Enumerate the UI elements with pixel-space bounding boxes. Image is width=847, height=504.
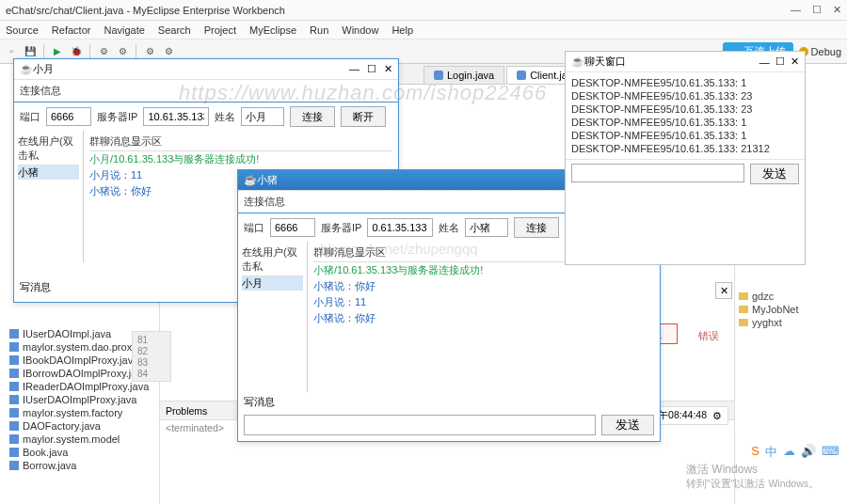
message-input[interactable] <box>244 415 596 435</box>
menu-run[interactable]: Run <box>310 24 328 36</box>
online-users-header: 在线用户(双击私 <box>242 244 303 276</box>
name-label: 姓名 <box>439 221 459 235</box>
generic-tool-icon[interactable]: ⚙ <box>96 44 111 59</box>
package-icon <box>9 434 19 444</box>
send-button[interactable]: 发送 <box>601 415 654 435</box>
maximize-icon[interactable]: ☐ <box>775 55 785 68</box>
java-file-icon <box>9 355 19 365</box>
chat-message: 小猪说：你好 <box>313 278 654 294</box>
maximize-icon[interactable]: ☐ <box>812 4 822 16</box>
menu-window[interactable]: Window <box>342 24 378 36</box>
new-icon[interactable]: ▫ <box>4 44 19 59</box>
server-label: 服务器IP <box>97 110 137 124</box>
online-user[interactable]: 小月 <box>242 276 303 291</box>
chat-log: DESKTOP-NMFEE95/10.61.35.133: 1 DESKTOP-… <box>566 72 805 159</box>
package-icon <box>9 408 19 417</box>
tray-icon[interactable]: ⌨ <box>822 444 839 461</box>
app-icon: ☕ <box>20 63 33 75</box>
port-input[interactable] <box>270 218 315 237</box>
window-c-titlebar[interactable]: ☕ 聊天窗口 — ☐ ✕ <box>566 52 805 72</box>
project-item[interactable]: gdzc <box>739 290 799 303</box>
chat-message: 小月/10.61.35.133与服务器连接成功! <box>89 151 392 167</box>
file-item[interactable]: Borrow.java <box>6 459 155 472</box>
run-icon[interactable]: ▶ <box>50 44 65 59</box>
ide-window-controls: — ☐ ✕ <box>791 4 841 16</box>
problems-tab[interactable]: Problems <box>166 405 207 417</box>
system-tray: S 中 ☁ 🔊 ⌨ <box>751 444 839 461</box>
java-file-icon <box>9 382 19 391</box>
java-file-icon <box>9 329 19 339</box>
online-users-header: 在线用户(双击私 <box>18 133 79 165</box>
section-connect: 连接信息 <box>14 80 398 102</box>
log-line: DESKTOP-NMFEE95/10.61.35.133: 23 <box>571 102 799 116</box>
java-file-icon <box>9 461 19 470</box>
folder-icon <box>739 306 748 313</box>
save-icon[interactable]: 💾 <box>23 44 38 59</box>
package-item[interactable]: maylor.system.model <box>6 433 155 446</box>
project-item[interactable]: yyghxt <box>739 316 799 329</box>
file-item[interactable]: IReaderDAOImplProxy.java <box>6 380 155 393</box>
menu-source[interactable]: Source <box>6 24 39 36</box>
log-line: DESKTOP-NMFEE95/10.61.35.133: 1 <box>571 76 799 89</box>
menu-refactor[interactable]: Refactor <box>52 24 91 36</box>
menubar: Source Refactor Navigate Search Project … <box>0 21 847 39</box>
project-item[interactable]: MyJobNet <box>739 303 799 316</box>
close-icon[interactable]: ✕ <box>384 63 392 75</box>
disconnect-button[interactable]: 断开 <box>341 106 386 127</box>
name-input[interactable] <box>241 107 284 126</box>
file-item[interactable]: DAOFactory.java <box>6 419 155 433</box>
tray-icon[interactable]: 🔊 <box>801 444 816 461</box>
ide-titlebar: eChat/src/chat/Client.java - MyEclipse E… <box>0 0 847 21</box>
minimize-icon[interactable]: — <box>349 63 360 75</box>
send-button[interactable]: 发送 <box>750 164 799 184</box>
tab-login[interactable]: Login.java <box>424 66 504 84</box>
port-label: 端口 <box>244 221 264 235</box>
connect-form-row: 端口 服务器IP 姓名 连接 断开 <box>14 102 398 131</box>
debug-icon[interactable]: 🐞 <box>69 44 84 59</box>
maximize-icon[interactable]: ☐ <box>367 63 376 75</box>
server-label: 服务器IP <box>321 221 361 235</box>
chat-message: 小月说：11 <box>313 294 654 310</box>
java-file-icon <box>9 369 19 378</box>
java-file-icon <box>434 71 443 80</box>
minimize-icon[interactable]: — <box>759 56 770 68</box>
line-numbers-fragment: 81828384 <box>132 331 171 382</box>
tray-icon[interactable]: 中 <box>765 444 777 461</box>
java-file-icon <box>517 71 526 80</box>
tray-icon[interactable]: ☁ <box>783 444 795 461</box>
connect-button[interactable]: 连接 <box>290 106 335 127</box>
message-input[interactable] <box>571 164 744 182</box>
menu-help[interactable]: Help <box>392 24 413 36</box>
message-area-header: 群聊消息显示区 <box>89 133 392 151</box>
menu-myeclipse[interactable]: MyEclipse <box>249 24 296 36</box>
log-line: DESKTOP-NMFEE95/10.61.35.133: 21312 <box>571 142 799 155</box>
close-icon[interactable]: ✕ <box>833 4 841 16</box>
file-item[interactable]: IUserDAOImplProxy.java <box>6 393 155 406</box>
server-input[interactable] <box>367 218 433 237</box>
online-user[interactable]: 小猪 <box>18 165 79 180</box>
java-file-icon <box>9 448 19 457</box>
error-text: 错误 <box>698 329 719 343</box>
file-item[interactable]: Book.java <box>6 446 155 459</box>
log-line: DESKTOP-NMFEE95/10.61.35.133: 1 <box>571 129 799 142</box>
generic-tool-icon[interactable]: ⚙ <box>115 44 130 59</box>
window-c-title: 聊天窗口 <box>584 55 759 69</box>
connect-button[interactable]: 连接 <box>514 217 559 238</box>
menu-project[interactable]: Project <box>204 24 236 36</box>
folder-icon <box>739 292 748 300</box>
gear-icon[interactable]: ⚙ <box>712 410 722 421</box>
menu-search[interactable]: Search <box>158 24 191 36</box>
generic-tool-icon[interactable]: ⚙ <box>142 44 157 59</box>
window-a-titlebar[interactable]: ☕ 小月 —☐✕ <box>14 59 398 80</box>
name-input[interactable] <box>465 218 508 237</box>
window-a-title: 小月 <box>33 62 349 76</box>
port-input[interactable] <box>46 107 91 126</box>
server-input[interactable] <box>143 107 209 126</box>
package-item[interactable]: maylor.system.factory <box>6 406 155 419</box>
close-icon[interactable]: ✕ <box>715 282 732 299</box>
generic-tool-icon[interactable]: ⚙ <box>161 44 176 59</box>
close-icon[interactable]: ✕ <box>791 55 799 68</box>
minimize-icon[interactable]: — <box>791 4 801 16</box>
ime-icon[interactable]: S <box>751 444 759 461</box>
menu-navigate[interactable]: Navigate <box>104 24 144 36</box>
